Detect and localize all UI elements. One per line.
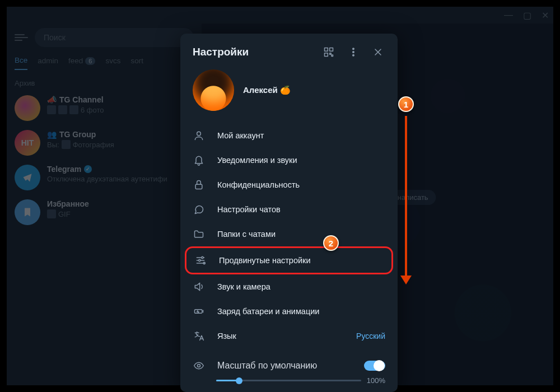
lock-icon [193, 179, 205, 191]
svg-point-8 [197, 132, 201, 136]
scale-label: Масштаб по умолчанию [217, 361, 317, 371]
settings-item-label: Язык [217, 332, 236, 340]
account-icon [193, 129, 205, 142]
settings-item-sound-camera[interactable]: Звук и камера [180, 274, 398, 299]
settings-item-label: Продвинутые настройки [219, 256, 311, 265]
settings-item-label: Уведомления и звуки [217, 156, 297, 165]
svg-rect-0 [325, 48, 328, 52]
svg-rect-1 [330, 48, 333, 52]
settings-item-label: Папки с чатами [217, 230, 276, 239]
settings-item-label: Звук и камера [217, 282, 270, 291]
battery-icon [193, 305, 205, 318]
annotation-callout-1: 1 [398, 96, 414, 112]
settings-menu: Мой аккаунт Уведомления и звуки Конфиден… [180, 119, 398, 353]
settings-item-label: Мой аккаунт [217, 131, 264, 140]
scale-slider[interactable] [216, 380, 361, 381]
settings-item-chat-settings[interactable]: Настройки чатов [180, 197, 398, 222]
svg-rect-3 [330, 53, 332, 55]
settings-item-language[interactable]: ЯзыкРусский [180, 324, 398, 348]
svg-rect-4 [332, 55, 333, 57]
svg-point-11 [199, 259, 200, 261]
settings-item-default-scale[interactable]: Масштаб по умолчанию [180, 353, 398, 374]
settings-item-battery-animations[interactable]: Заряд батареи и анимации [180, 299, 398, 324]
scale-value: 100% [367, 376, 385, 385]
more-menu-button[interactable] [344, 43, 363, 62]
close-button[interactable] [368, 43, 388, 62]
folder-icon [193, 228, 205, 240]
settings-item-account[interactable]: Мой аккаунт [180, 123, 398, 148]
svg-point-6 [353, 52, 354, 53]
chat-icon [193, 203, 205, 216]
profile-name: Алексей 🍊 [243, 85, 291, 95]
settings-item-label: Заряд батареи и анимации [217, 307, 319, 316]
settings-item-notifications[interactable]: Уведомления и звуки [180, 148, 398, 172]
app-window: — ▢ ✕ Поиск Все admin feed6 svcs sort Ар… [7, 7, 553, 385]
settings-item-privacy[interactable]: Конфиденциальность [180, 172, 398, 197]
annotation-callout-2: 2 [323, 235, 339, 251]
svg-point-7 [353, 55, 354, 57]
settings-item-label: Конфиденциальность [217, 180, 300, 189]
sliders-icon [194, 254, 207, 267]
settings-item-chat-folders[interactable]: Папки с чатами [180, 222, 398, 246]
profile-avatar [193, 69, 234, 111]
scale-toggle[interactable] [364, 361, 385, 371]
speaker-icon [193, 281, 205, 293]
settings-title: Настройки [193, 46, 314, 58]
annotation-arrow-head [400, 276, 412, 284]
settings-item-label: Настройки чатов [217, 205, 281, 214]
svg-rect-9 [195, 184, 202, 189]
annotation-arrow [405, 116, 407, 279]
svg-rect-2 [325, 53, 328, 57]
eye-icon [193, 360, 205, 372]
svg-point-10 [202, 256, 203, 258]
qr-button[interactable] [319, 43, 338, 62]
svg-point-5 [353, 48, 354, 50]
language-icon [193, 330, 205, 342]
profile-section[interactable]: Алексей 🍊 [180, 62, 398, 119]
bell-icon [193, 154, 205, 166]
settings-modal: Настройки Алексей 🍊 Мой аккаунт Уведомле… [180, 34, 398, 392]
svg-point-14 [198, 365, 200, 367]
language-value: Русский [356, 332, 385, 340]
settings-item-advanced[interactable]: Продвинутые настройки [185, 246, 393, 274]
